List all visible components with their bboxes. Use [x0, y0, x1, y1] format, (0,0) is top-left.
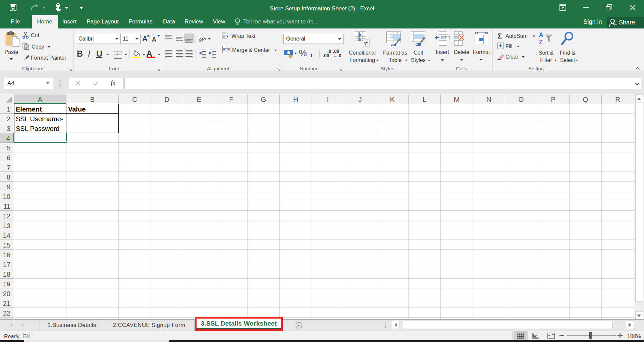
svg-text:ab: ab [199, 36, 204, 43]
svg-text:A: A [539, 31, 543, 38]
svg-text:Z: Z [539, 39, 543, 46]
